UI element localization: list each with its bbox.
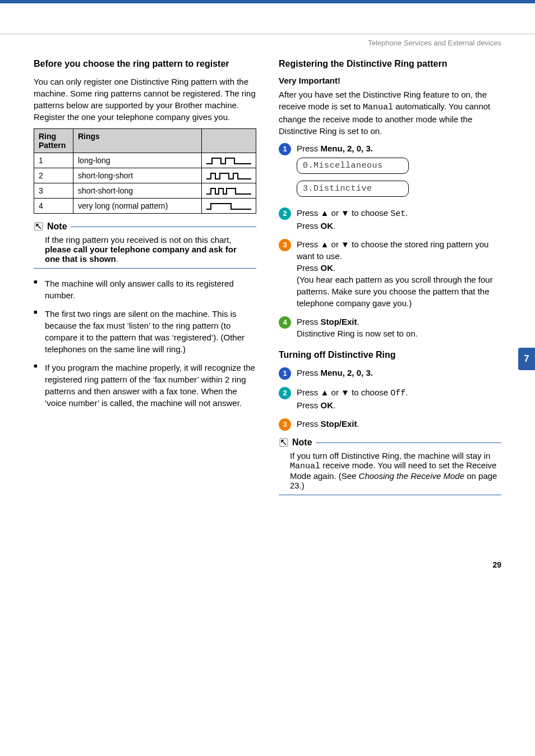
ring-pattern-table: Ring Pattern Rings 1 long-long 2 short-l…	[34, 128, 256, 214]
o2-off: Off	[390, 389, 405, 398]
cell-wave-1	[202, 153, 256, 168]
bullet-list-left: The machine will only answer calls to it…	[34, 278, 256, 409]
s4-line2: Distinctive Ring is now set to on.	[297, 329, 418, 338]
s4-bold: Stop/Exit	[321, 317, 357, 326]
heading-turning-off: Turning off Distinctive Ring	[279, 349, 501, 361]
down-arrow-icon: ▼	[341, 388, 349, 397]
up-arrow-icon: ▲	[321, 239, 329, 249]
cell-wave-4	[202, 198, 256, 213]
cell-n-3: 3	[34, 183, 73, 198]
s1-rest: , 2, 0, 3.	[343, 144, 373, 153]
o2-ok: OK	[321, 400, 334, 410]
lcd-miscellaneous: 0.Miscellaneous	[297, 158, 409, 174]
intro-right: After you have set the Distinctive Ring …	[279, 89, 501, 137]
o1-bold: Menu	[321, 368, 343, 377]
s2-mid: or	[329, 208, 341, 218]
step-2: Press ▲ or ▼ to choose Set. Press OK.	[297, 207, 501, 232]
o3-pre: Press	[297, 419, 321, 428]
s4-pre: Press	[297, 317, 321, 326]
off-step-2: Press ▲ or ▼ to choose Off. Press OK.	[297, 386, 501, 411]
down-arrow-icon: ▼	[341, 239, 349, 249]
o2-press: Press	[297, 400, 321, 410]
intro-left: You can only register one Distinctive Ri…	[34, 76, 256, 123]
cell-desc-3: short-short-long	[73, 183, 202, 198]
bullet-3: If you program the machine properly, it …	[34, 362, 256, 409]
note-text-pre: If the ring pattern you received is not …	[45, 235, 232, 245]
step-badge-1: 1	[279, 143, 291, 155]
n2-mono: Manual	[290, 462, 320, 471]
o2-dot2: .	[333, 400, 335, 410]
step-3: Press ▲ or ▼ to choose the stored ring p…	[297, 238, 501, 309]
note-right: Note If you turn off Distinctive Ring, t…	[279, 437, 501, 495]
o3-dot: .	[357, 419, 359, 428]
section-tab: 7	[518, 348, 535, 370]
bullet-2: The first two rings are silent on the ma…	[34, 308, 256, 355]
n2-pre: If you turn off Distinctive Ring, the ma…	[290, 451, 490, 460]
cell-desc-1: long-long	[73, 153, 202, 168]
cell-n-2: 2	[34, 168, 73, 183]
cell-wave-2	[202, 168, 256, 183]
step-badge-4: 4	[279, 316, 291, 329]
step-badge-2: 2	[279, 208, 291, 220]
running-header: Telephone Services and External devices	[0, 34, 535, 47]
o2-pre: Press	[297, 388, 321, 397]
heading-before-register: Before you choose the ring pattern to re…	[34, 58, 256, 70]
heading-registering: Registering the Distinctive Ring pattern	[279, 58, 501, 70]
o3-bold: Stop/Exit	[321, 419, 357, 428]
step-4: Press Stop/Exit. Distinctive Ring is now…	[297, 316, 501, 339]
s3-pre: Press	[297, 239, 321, 249]
down-arrow-icon: ▼	[341, 208, 349, 218]
note-label: Note	[47, 222, 67, 232]
step-1: Press Menu, 2, 0, 3. 0.Miscellaneous 3.D…	[297, 142, 501, 200]
up-arrow-icon: ▲	[321, 208, 329, 218]
off-badge-2: 2	[279, 387, 291, 399]
note-text-bold: please call your telephone company and a…	[45, 245, 237, 264]
o1-rest: , 2, 0, 3.	[343, 368, 373, 377]
s4-dot: .	[357, 317, 359, 326]
s1-bold: Menu	[321, 144, 343, 153]
note-icon	[279, 437, 289, 448]
note-text-post: .	[116, 254, 118, 264]
off-badge-1: 1	[279, 367, 291, 380]
s3-paren: (You hear each pattern as you scroll thr…	[297, 275, 493, 308]
o1-pre: Press	[297, 368, 321, 377]
n2-italic: Choosing the Receive Mode	[359, 471, 464, 481]
page-number: 29	[0, 527, 535, 586]
cell-desc-2: short-long-short	[73, 168, 202, 183]
off-step-3: Press Stop/Exit.	[297, 418, 501, 431]
bullet-1: The machine will only answer calls to it…	[34, 278, 256, 301]
th-ring-pattern: Ring Pattern	[34, 128, 73, 153]
cell-n-4: 4	[34, 198, 73, 213]
note-left: Note If the ring pattern you received is…	[34, 222, 256, 269]
off-badge-3: 3	[279, 418, 291, 431]
intro-right-mono: Manual	[363, 103, 393, 112]
very-important: Very Important!	[279, 76, 501, 85]
up-arrow-icon: ▲	[321, 388, 329, 397]
o2-dot: .	[405, 388, 408, 397]
s2-set: Set	[390, 209, 405, 219]
s2-dot2: .	[333, 221, 335, 231]
cell-n-1: 1	[34, 153, 73, 168]
o2-mid: or	[329, 388, 341, 397]
step-badge-3: 3	[279, 239, 291, 251]
o2-choose: to choose	[349, 388, 390, 397]
s3-dot: .	[333, 263, 335, 273]
s2-press: Press	[297, 221, 321, 231]
s2-ok: OK	[321, 221, 334, 231]
cell-desc-4: very long (normal pattern)	[73, 198, 202, 213]
s3-ok: OK	[321, 263, 334, 273]
s2-choose: to choose	[349, 208, 390, 218]
note-icon	[34, 222, 44, 232]
s2-pre: Press	[297, 208, 321, 218]
s3-press: Press	[297, 263, 321, 273]
th-waveform	[202, 128, 256, 153]
note-label-right: Note	[292, 437, 312, 448]
th-rings: Rings	[73, 128, 202, 153]
off-step-1: Press Menu, 2, 0, 3.	[297, 367, 501, 380]
lcd-distinctive: 3.Distinctive	[297, 181, 409, 197]
s2-dot: .	[405, 208, 408, 218]
s3-mid: or	[329, 239, 341, 249]
cell-wave-3	[202, 183, 256, 198]
s1-pre: Press	[297, 144, 321, 153]
